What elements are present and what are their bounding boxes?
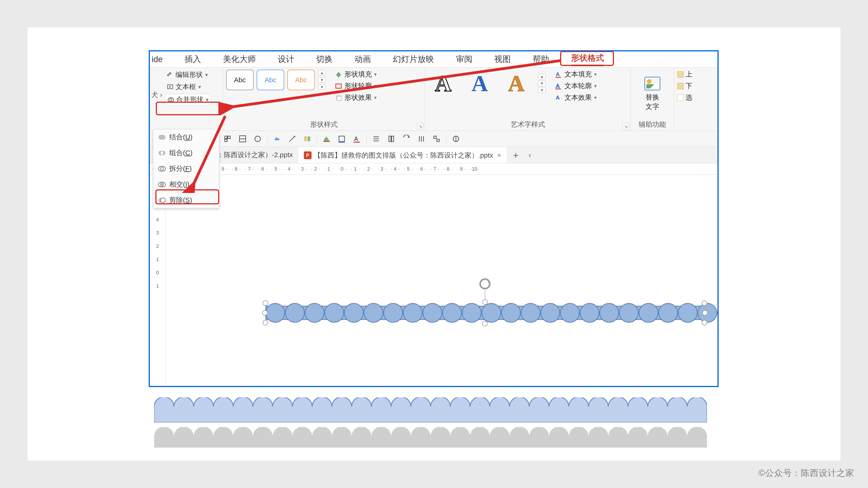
tab-design[interactable]: 设计	[267, 54, 305, 65]
wordart-preset-3[interactable]: A	[501, 70, 531, 97]
svg-rect-6	[337, 96, 341, 100]
qat-btn-19[interactable]	[451, 133, 461, 144]
shape-fill-button[interactable]: 形状填充▾	[335, 70, 377, 79]
shape-outline-button[interactable]: 形状轮廓▾	[335, 81, 377, 91]
shape-style-preset-3[interactable]: Abc	[287, 70, 315, 90]
selection-pane-label: 选	[685, 93, 692, 102]
quick-access-toolbar: A	[150, 131, 717, 147]
resize-handle[interactable]	[702, 310, 708, 316]
text-effects-button[interactable]: A 文本效果▾	[555, 93, 597, 102]
tab-help[interactable]: 帮助	[522, 54, 560, 65]
combine-icon	[158, 149, 166, 157]
app-screenshot: ide 插入 美化大师 设计 切换 动画 幻灯片放映 审阅 视图 帮助 形状格式…	[149, 50, 719, 387]
qat-btn-8[interactable]	[272, 133, 283, 144]
qat-btn-10[interactable]	[302, 133, 313, 144]
svg-rect-38	[339, 141, 345, 143]
resize-handle[interactable]	[702, 320, 707, 325]
group-accessibility-label: 辅助功能	[634, 118, 671, 130]
qat-btn-11[interactable]	[321, 133, 332, 144]
wordart-preset-2[interactable]: A	[465, 70, 495, 97]
textbox-label: 文本框	[176, 82, 196, 92]
tab-view[interactable]: 视图	[483, 54, 522, 65]
bring-forward-button[interactable]: 上	[677, 70, 692, 79]
tab-insert[interactable]: 插入	[174, 54, 212, 65]
qat-btn-17[interactable]	[416, 133, 427, 144]
menu-item-intersect[interactable]: 相交(I)	[153, 176, 219, 192]
edit-shape-button[interactable]: 编辑形状 ▾	[165, 70, 211, 80]
text-fill-button[interactable]: A 文本填充▾	[555, 70, 597, 79]
tab-shape-format-label: 形状格式	[571, 53, 604, 64]
tab-scroll-left[interactable]: ‹	[525, 147, 534, 163]
selected-shape[interactable]	[266, 302, 705, 323]
wordart-scroll[interactable]: ▴ ▾ ▾	[538, 74, 546, 93]
tab-cropped[interactable]: ide	[150, 55, 174, 64]
dialog-launcher-icon[interactable]: ↘	[417, 123, 424, 129]
qat-btn-18[interactable]	[431, 133, 442, 144]
preset-scroll[interactable]: ▴ ▾ ▾	[318, 70, 326, 90]
union-icon	[158, 133, 166, 141]
wordart-preset-1[interactable]: A	[428, 70, 458, 97]
resize-handle[interactable]	[482, 321, 488, 326]
edit-shape-label: 编辑形状	[176, 70, 203, 79]
resize-handle[interactable]	[482, 299, 488, 305]
resize-handle[interactable]	[702, 300, 707, 306]
alt-text-button[interactable]: 替换 文字	[644, 77, 660, 111]
qat-btn-6[interactable]	[237, 133, 248, 144]
group-label-blank	[151, 120, 219, 130]
tab-animation[interactable]: 动画	[344, 54, 382, 65]
qat-btn-9[interactable]	[287, 133, 298, 144]
menu-item-union[interactable]: 结合(U)	[153, 129, 219, 145]
text-outline-label: 文本轮廓	[564, 81, 592, 91]
subtract-icon	[158, 196, 166, 204]
tab-beautify[interactable]: 美化大师	[212, 54, 267, 65]
selection-pane-button[interactable]: 选	[677, 93, 692, 102]
shape-style-preset-2[interactable]: Abc	[257, 70, 284, 90]
cropped-glyph: 犬 ›	[151, 70, 162, 120]
text-fill-icon: A	[555, 71, 562, 78]
svg-rect-37	[339, 136, 344, 141]
send-backward-label: 下	[685, 81, 692, 91]
send-backward-button[interactable]: 下	[677, 81, 692, 91]
svg-rect-35	[308, 136, 310, 141]
tab-slideshow[interactable]: 幻灯片放映	[382, 54, 445, 65]
tab-review[interactable]: 审阅	[445, 54, 483, 65]
resize-handle[interactable]	[263, 300, 268, 306]
group-shape-styles: Abc Abc Abc ▴ ▾ ▾ 形状填充▾	[223, 67, 425, 131]
svg-text:A: A	[556, 83, 560, 89]
chevron-up-icon: ▴	[538, 74, 546, 79]
merge-shapes-button[interactable]: 合并形状 ▾	[165, 94, 211, 105]
shape-style-preset-1[interactable]: Abc	[226, 70, 253, 90]
layer-icon	[677, 95, 684, 101]
group-wordart-styles: A A A ▴ ▾ ▾ A 文本填充▾	[425, 67, 631, 131]
svg-rect-43	[389, 136, 391, 141]
menu-item-subtract[interactable]: 剪除(S)	[153, 192, 219, 208]
rotate-handle[interactable]	[478, 278, 491, 290]
qat-btn-14[interactable]	[371, 133, 382, 144]
qat-btn-16[interactable]	[401, 133, 412, 144]
slide-canvas[interactable]	[165, 175, 717, 386]
alt-text-icon	[644, 77, 660, 91]
tab-shape-format[interactable]: 形状格式	[560, 53, 615, 66]
new-tab-button[interactable]: ＋	[507, 147, 525, 163]
resize-handle[interactable]	[263, 320, 268, 325]
tab-transition[interactable]: 切换	[305, 54, 344, 65]
svg-rect-8	[556, 77, 561, 78]
qat-btn-13[interactable]	[351, 133, 362, 144]
textbox-button[interactable]: A 文本框 ▾	[165, 82, 211, 92]
svg-rect-28	[225, 136, 227, 139]
qat-btn-15[interactable]	[386, 133, 397, 144]
qat-btn-7[interactable]	[252, 133, 263, 144]
shape-effects-button[interactable]: 形状效果▾	[335, 93, 377, 102]
doc-tab-2-active[interactable]: P 【陈西】拯救你的图文排版（公众号：陈西设计之家）.pptx ×	[298, 147, 507, 163]
menu-subtract-key: S	[185, 196, 190, 204]
qat-btn-5[interactable]	[222, 133, 233, 144]
svg-point-52	[480, 279, 490, 289]
dialog-launcher-icon[interactable]: ↘	[623, 123, 629, 129]
resize-handle[interactable]	[262, 310, 268, 316]
shape-effects-icon	[335, 94, 342, 101]
menu-item-fragment[interactable]: 拆分(F)	[153, 161, 219, 176]
text-outline-button[interactable]: A 文本轮廓▾	[555, 81, 597, 91]
close-icon[interactable]: ×	[495, 152, 501, 159]
qat-btn-12[interactable]	[336, 133, 347, 144]
menu-item-combine[interactable]: 组合(C)	[153, 145, 219, 161]
